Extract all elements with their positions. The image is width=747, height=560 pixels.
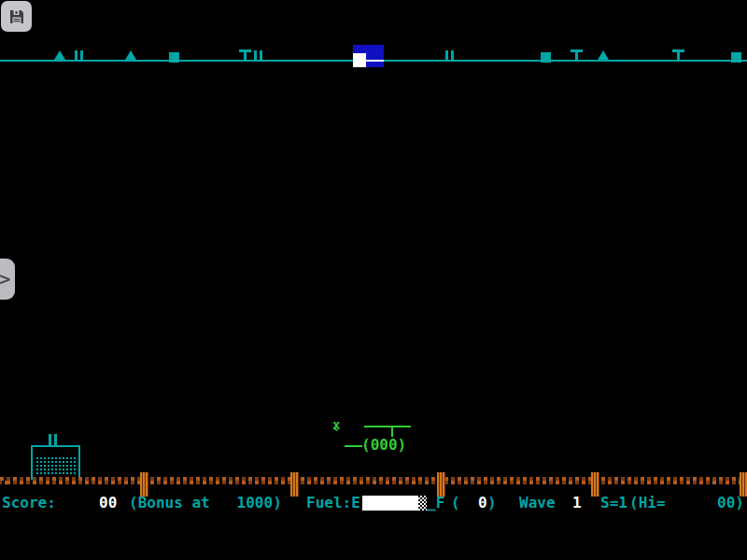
radar-player-blip (353, 53, 366, 67)
radar-blip-triangle (54, 50, 65, 60)
radar-blip-pylon (445, 50, 454, 61)
radar-blip-tee (672, 49, 684, 61)
helicopter-body: (000) (361, 437, 406, 454)
fuel-depot-chimney (49, 434, 51, 445)
radar-blip-square (541, 52, 551, 63)
fuel-label: Fuel:E (306, 494, 360, 512)
fuel-count-close: ) (487, 494, 497, 512)
score-value: 00 (99, 494, 117, 512)
fuel-full-label: _F (427, 494, 444, 512)
hi-score-value: 00) (717, 494, 744, 512)
radar-blip-square (169, 52, 179, 63)
fuel-depot-chimney (54, 434, 57, 445)
wave-label: Wave (519, 494, 556, 512)
radar-blip-pylon (75, 50, 83, 61)
wave-value: 1 (572, 494, 582, 512)
expand-panel-button[interactable]: > (0, 259, 15, 300)
floppy-disk-icon (7, 7, 26, 26)
radar-blip-square (731, 52, 741, 63)
fuel-count-open: ( (451, 494, 460, 512)
score-label: Score: (2, 494, 56, 512)
radar-blip-tee (571, 49, 583, 61)
radar-player-trail (366, 60, 384, 62)
radar-blip-tee (239, 49, 251, 61)
ground-post (591, 472, 599, 497)
fuel-gauge-bar (362, 496, 418, 511)
radar-blip-pylon (254, 50, 262, 61)
fuel-gauge-bar-end (418, 496, 427, 511)
ships-remaining: S=1 (600, 494, 627, 512)
helicopter-tail (345, 445, 362, 447)
helicopter-thrust-tick: ` (332, 429, 342, 442)
fuel-depot-fill-pattern (35, 456, 76, 476)
ground-post (290, 472, 299, 497)
bonus-text: (Bonus at 1000) (129, 494, 282, 512)
ground-girder-row (0, 481, 747, 484)
fuel-count-value: 0 (478, 494, 487, 512)
chevron-right-icon: > (0, 270, 11, 288)
hi-score-prefix: (Hi= (629, 494, 666, 512)
helicopter-rotor (364, 426, 411, 427)
radar-blip-triangle (125, 50, 136, 60)
save-state-button[interactable] (1, 1, 32, 32)
game-screen[interactable]: (000) x ` Score: 00 (Bonus at 1000) Fuel… (0, 0, 747, 560)
radar-blip-triangle (598, 50, 609, 60)
